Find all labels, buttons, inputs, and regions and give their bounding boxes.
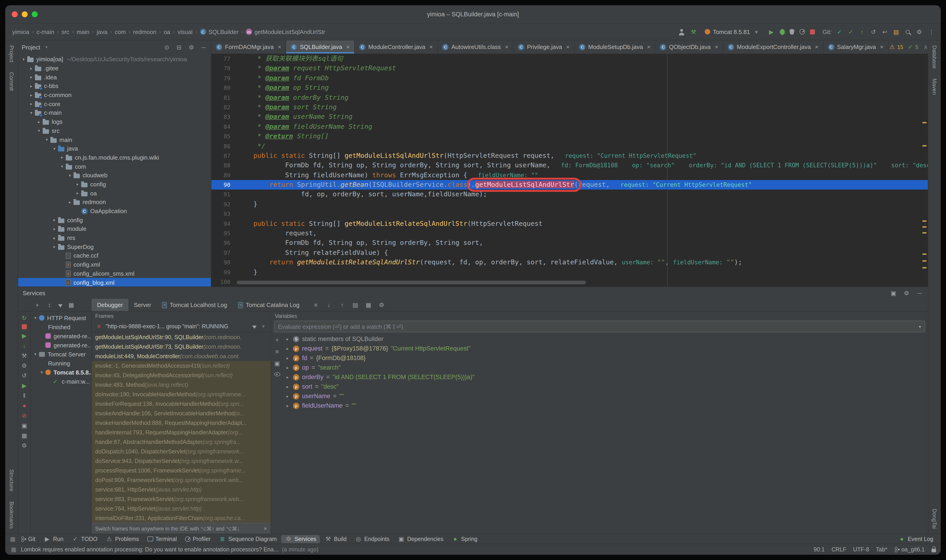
breadcrumb-item[interactable]: src <box>60 28 71 36</box>
variable-row[interactable]: ▸pfieldUserName="" <box>283 401 928 410</box>
code-line-80[interactable]: 80 * @param op String <box>211 83 928 93</box>
inspections-passed[interactable]: ✓5 <box>907 43 918 51</box>
code-line-91[interactable]: 91 fd, op, orderBy, sort, userName,field… <box>211 190 928 200</box>
expand-icon[interactable]: ▸ <box>285 356 290 360</box>
step-icon[interactable]: ↓ <box>21 342 28 349</box>
stack-frame[interactable]: doDispatch:1040, DispatcherServlet (org.… <box>92 447 271 456</box>
stack-frame[interactable]: handleInternal:793, RequestMappingHandle… <box>92 428 271 437</box>
tree-arrow-icon[interactable]: ▸ <box>28 66 35 71</box>
stripe-button-dongtai[interactable]: DongTai <box>931 504 938 534</box>
stop-icon[interactable] <box>810 29 815 34</box>
indent-style[interactable]: Tab* <box>876 546 887 552</box>
settings-icon[interactable]: ⚙ <box>915 28 923 35</box>
stack-frame[interactable]: getModuleListSqlAndUrlStr:73, SQLBuilder… <box>92 342 271 351</box>
breadcrumb-item[interactable]: visual <box>176 28 194 36</box>
scroll-down-icon[interactable]: ↓ <box>325 301 333 309</box>
toolwindow-button-sequence-diagram[interactable]: ≣Sequence Diagram <box>215 535 280 543</box>
variable-row[interactable]: ▸pfd={FormDb@18108} <box>283 353 928 363</box>
copy-icon[interactable]: ▣ <box>274 360 281 367</box>
stack-frame[interactable]: invoke:43, DelegatingMethodAccessorImpl … <box>92 371 271 380</box>
pin-icon[interactable]: ▤ <box>352 301 359 309</box>
tree-arrow-icon[interactable]: ▸ <box>58 155 66 160</box>
tree-arrow-icon[interactable]: ▾ <box>43 137 50 142</box>
filter-funnel-icon[interactable] <box>252 325 257 329</box>
tree-item-cloudweb[interactable]: ▾cloudweb <box>18 171 211 180</box>
inline-watch-icon[interactable]: ≡ <box>274 348 281 355</box>
code-line-86[interactable]: 86 */ <box>211 141 928 151</box>
tree-arrow-icon[interactable]: ▸ <box>74 191 81 195</box>
gear-icon[interactable]: ⚙ <box>21 442 28 449</box>
close-icon[interactable]: × <box>429 43 433 50</box>
editor-tab-QObjectDb.java[interactable]: CQObjectDb.java× <box>655 40 723 54</box>
breadcrumb-item[interactable]: redmoon <box>132 28 158 36</box>
code-line-78[interactable]: 78 * @param request HttpServletRequest <box>211 64 928 74</box>
expand-icon[interactable]: ▸ <box>285 403 290 408</box>
debug-icon[interactable] <box>780 29 784 35</box>
code-line-83[interactable]: 83 * @param userName String <box>211 112 928 122</box>
run-configuration-selector[interactable]: Tomcat 8.5.81▾ <box>702 27 763 36</box>
float-icon[interactable]: ▣ <box>890 289 897 297</box>
tree-item-c-main[interactable]: ▾c-main <box>18 108 211 117</box>
toolwindow-button-dependencies[interactable]: ▣Dependencies <box>394 535 447 543</box>
collapse-all-icon[interactable]: ⊟ <box>175 43 183 51</box>
build-icon[interactable]: ⚒ <box>21 352 28 359</box>
tree-item-yimioa[interactable]: ▾yimioa [oa]~/Desktop/UzJuSecurityTools/… <box>18 55 211 64</box>
filter-funnel-icon[interactable] <box>58 304 63 307</box>
code-line-95[interactable]: 95 request, <box>211 229 928 238</box>
tree-arrow-icon[interactable]: ▾ <box>35 129 43 133</box>
variable-row[interactable]: ▸prequest={$Proxy158@17876} "Current Htt… <box>283 344 928 353</box>
close-icon[interactable]: × <box>566 43 569 50</box>
tree-item-config.xml[interactable]: xconfig.xml <box>18 260 211 269</box>
toolwindow-button-run[interactable]: ▶Run <box>40 535 67 543</box>
soft-wrap-icon[interactable]: ≡ <box>312 301 320 309</box>
search-icon[interactable] <box>906 30 910 34</box>
tool-window-switcher-icon[interactable]: ▦ <box>9 535 16 543</box>
thread-selector[interactable]: ≡ "http-nio-9888-exec-1... group "main":… <box>92 321 271 332</box>
tree-arrow-icon[interactable]: ▸ <box>28 102 35 106</box>
caret-position[interactable]: 90:1 <box>814 546 825 552</box>
stack-frame[interactable]: invokeHandlerMethod:888, RequestMappingH… <box>92 418 271 428</box>
breadcrumb-item[interactable]: CSQLBuilder <box>198 28 240 36</box>
expand-icon[interactable]: ▸ <box>285 394 290 398</box>
stack-frame[interactable]: internalDoFilter:231, ApplicationFilterC… <box>92 513 271 523</box>
code-line-94[interactable]: 94 public static String[] getModuleListR… <box>211 219 928 229</box>
pause-icon[interactable]: ‖ <box>21 392 28 399</box>
services-tree-item[interactable]: ▾HTTP Request <box>31 313 91 322</box>
breadcrumb-item[interactable]: yimioa <box>11 28 31 36</box>
stack-frame[interactable]: service:764, HttpServlet (javax.servlet.… <box>92 504 271 513</box>
stripe-button-bookmarks[interactable]: Bookmarks <box>8 497 15 534</box>
toolwindow-button-todo[interactable]: ✓TODO <box>68 535 101 543</box>
code-line-99[interactable]: 99 } <box>211 267 928 277</box>
refresh-icon[interactable]: ↺ <box>21 372 28 379</box>
eye-icon[interactable] <box>274 372 280 376</box>
more-icon[interactable]: ⋮ <box>928 28 935 35</box>
tree-arrow-icon[interactable]: ▾ <box>58 164 66 169</box>
editor-tab-ModuleSetupDb.java[interactable]: CModuleSetupDb.java× <box>575 40 655 54</box>
expand-icon[interactable]: ▸ <box>285 337 290 341</box>
toolwindow-button-event-log[interactable]: ●Event Log <box>895 535 937 543</box>
build-hammer-icon[interactable]: ⚒ <box>690 28 697 35</box>
tree-arrow-icon[interactable]: ▾ <box>32 315 39 320</box>
editor-tab-Privilege.java[interactable]: CPrivilege.java× <box>513 40 575 54</box>
variable-row[interactable]: ▸Sstatic members of SQLBuilder <box>283 334 928 344</box>
tree-arrow-icon[interactable]: ▸ <box>51 245 58 249</box>
tree-item-config_blog.xml[interactable]: xconfig_blog.xml <box>18 278 211 286</box>
line-ending[interactable]: CRLF <box>832 546 846 552</box>
close-icon[interactable]: × <box>505 43 508 50</box>
close-icon[interactable]: × <box>715 43 718 50</box>
tree-item-cache.ccf[interactable]: cache.ccf <box>18 251 211 260</box>
git-update-icon[interactable]: ✓ <box>836 28 843 35</box>
stack-frame[interactable]: invoke:-1, GeneratedMethodAccessor419 (s… <box>92 361 271 371</box>
stack-frame[interactable]: doInvoke:190, InvocableHandlerMethod (or… <box>92 389 271 399</box>
evaluate-expression-input[interactable]: Evaluate expression (⏎) or add a watch (… <box>274 321 925 332</box>
editor-tab-AutowireUtils.class[interactable]: CAutowireUtils.class× <box>438 40 513 54</box>
stack-frame[interactable]: getModuleListSqlAndUrlStr:90, SQLBuilder… <box>92 332 271 342</box>
stripe-button-database[interactable]: Database <box>931 40 938 74</box>
tree-arrow-icon[interactable]: ▾ <box>28 111 35 115</box>
tree-item-com[interactable]: ▾com <box>18 162 211 171</box>
gear-icon[interactable]: ⚙ <box>378 301 385 309</box>
breadcrumb-item[interactable]: com <box>113 28 127 36</box>
close-icon[interactable]: × <box>278 43 281 50</box>
status-message[interactable]: Lombok requires enabled annotation proce… <box>21 546 278 552</box>
inspection-stripe-mark[interactable] <box>923 122 926 123</box>
